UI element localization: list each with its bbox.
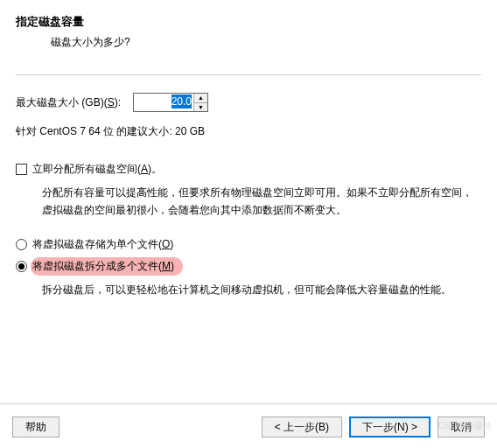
allocate-now-checkbox[interactable] — [16, 164, 27, 175]
next-button[interactable]: 下一步(N) > — [349, 416, 430, 438]
page-subtitle: 磁盘大小为多少? — [51, 35, 481, 50]
split-multiple-label[interactable]: 将虚拟磁盘拆分成多个文件(M) — [32, 259, 174, 274]
single-file-label[interactable]: 将虚拟磁盘存储为单个文件(O) — [32, 237, 173, 252]
single-file-radio[interactable] — [16, 239, 27, 250]
page-title: 指定磁盘容量 — [16, 14, 481, 30]
divider-bottom — [0, 403, 497, 404]
allocate-now-label[interactable]: 立即分配所有磁盘空间(A)。 — [32, 162, 162, 177]
watermark: CSDN @廖浩 — [438, 420, 492, 432]
disk-size-spinner[interactable]: 20.0 ▲ ▼ — [133, 93, 208, 112]
spinner-up-icon[interactable]: ▲ — [194, 94, 207, 103]
recommended-size-text: 针对 CentOS 7 64 位 的建议大小: 20 GB — [16, 124, 481, 139]
disk-size-input[interactable]: 20.0 — [134, 94, 193, 111]
split-multiple-radio[interactable] — [16, 261, 27, 272]
spinner-down-icon[interactable]: ▼ — [194, 103, 207, 112]
help-button[interactable]: 帮助 — [12, 416, 60, 438]
split-multiple-description: 拆分磁盘后，可以更轻松地在计算机之间移动虚拟机，但可能会降低大容量磁盘的性能。 — [42, 281, 481, 298]
allocate-now-description: 分配所有容量可以提高性能，但要求所有物理磁盘空间立即可用。如果不立即分配所有空间… — [42, 184, 481, 220]
divider-top — [16, 74, 481, 75]
max-disk-size-label: 最大磁盘大小 (GB)(S): — [16, 95, 121, 110]
back-button[interactable]: < 上一步(B) — [262, 416, 342, 438]
